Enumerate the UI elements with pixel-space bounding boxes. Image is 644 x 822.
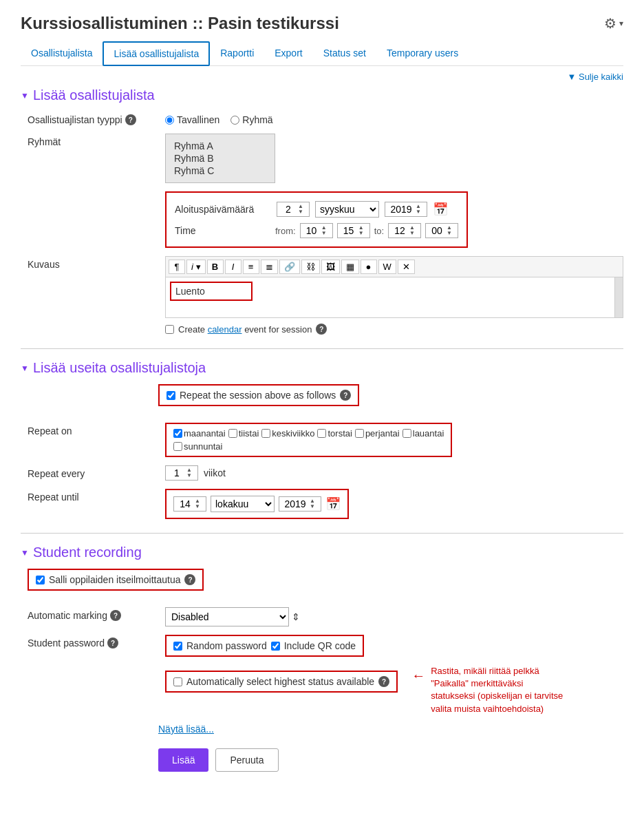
tyyppi-label: Osallistuajlistan tyyppi ? [28, 112, 165, 125]
radio-ryhma[interactable]: Ryhmä [230, 114, 272, 125]
until-year-input[interactable] [282, 498, 308, 509]
toolbar-media[interactable]: ▦ [341, 260, 359, 274]
from-min-spinner[interactable]: ▲ ▼ [337, 223, 370, 238]
gear-settings[interactable]: ⚙ ▾ [604, 15, 623, 32]
to-hour-down[interactable]: ▼ [409, 231, 415, 236]
auto-select-help-icon[interactable]: ? [378, 676, 389, 687]
allow-help-icon[interactable]: ? [184, 574, 195, 585]
tab-export[interactable]: Export [264, 41, 312, 66]
repeat-session-help-icon[interactable]: ? [340, 390, 351, 401]
auto-marking-select[interactable]: Disabled All present All absent [165, 607, 289, 626]
section2-header[interactable]: ▼ Lisää useita osallistujalistoja [21, 360, 623, 376]
cancel-button[interactable]: Peruuta [215, 748, 278, 772]
repeat-session-checkbox[interactable] [167, 391, 175, 400]
nayta-lisaa-link[interactable]: Näytä lisää... [158, 724, 623, 735]
calendar-event-row: Create calendar event for session ? [165, 324, 623, 335]
day-perjantai[interactable]: perjantai [355, 428, 400, 439]
until-year-spinner[interactable]: ▲ ▼ [279, 496, 321, 512]
student-password-label: Student password ? [28, 635, 165, 649]
auto-marking-label: Automatic marking ? [28, 607, 165, 621]
toolbar-word[interactable]: W [378, 260, 396, 274]
day-maanantai[interactable]: maanantai [173, 428, 226, 439]
tyyppi-help-icon[interactable]: ? [125, 114, 136, 125]
day-spinner[interactable]: ▲ ▼ [277, 202, 310, 217]
auto-marking-help-icon[interactable]: ? [110, 610, 121, 621]
day-down-arrow[interactable]: ▼ [298, 209, 303, 215]
from-hour-spinner[interactable]: ▲ ▼ [300, 223, 333, 238]
repeat-every-down[interactable]: ▼ [186, 473, 192, 478]
repeat-every-spinner[interactable]: ▲ ▼ [165, 465, 198, 481]
day-input[interactable] [280, 204, 297, 215]
toolbar-image[interactable]: 🖼 [321, 260, 340, 274]
repeat-until-label: Repeat until [28, 489, 165, 503]
tab-raportti[interactable]: Raportti [210, 41, 264, 66]
from-min-down[interactable]: ▼ [358, 231, 364, 236]
year-down-arrow[interactable]: ▼ [416, 209, 421, 215]
calendar-event-checkbox[interactable] [165, 325, 174, 334]
radio-tavallinen[interactable]: Tavallinen [165, 114, 219, 125]
to-min-input[interactable] [429, 225, 445, 236]
toolbar-bold[interactable]: B [207, 260, 224, 274]
editor-scrollbar[interactable] [614, 277, 623, 317]
auto-select-checkbox[interactable] [173, 677, 182, 686]
kuvaus-editor-area[interactable]: Luento [165, 277, 623, 318]
until-year-down[interactable]: ▼ [310, 504, 315, 509]
repeat-every-input[interactable] [169, 467, 185, 478]
ryhmat-listbox[interactable]: Ryhmä A Ryhmä B Ryhmä C [165, 134, 275, 183]
day-lauantai[interactable]: lauantai [402, 428, 444, 439]
toolbar-list-ul[interactable]: ≡ [243, 260, 259, 274]
toolbar-paragraph[interactable]: ¶ [169, 260, 185, 274]
until-day-input[interactable] [177, 498, 193, 509]
calendar-link[interactable]: calendar [208, 324, 242, 335]
to-min-spinner[interactable]: ▲ ▼ [425, 223, 458, 238]
until-day-spinner[interactable]: ▲ ▼ [173, 496, 206, 512]
radio-tavallinen-input[interactable] [165, 116, 174, 125]
toolbar-special[interactable]: ● [361, 260, 377, 274]
day-keskiviikko[interactable]: keskiviikko [261, 428, 314, 439]
red-arrow-icon: ← [411, 668, 425, 684]
allow-checkbox[interactable] [36, 576, 45, 584]
tyyppi-radio-group: Tavallinen Ryhmä [165, 112, 623, 125]
toolbar-expand[interactable]: ✕ [398, 260, 415, 274]
section-student-recording: ▼ Student recording Salli oppilaiden its… [21, 545, 623, 735]
year-spinner[interactable]: ▲ ▼ [385, 202, 427, 217]
include-qr-checkbox[interactable] [271, 642, 280, 651]
radio-ryhma-input[interactable] [230, 116, 239, 125]
toolbar-italic-arrow[interactable]: i ▾ [186, 260, 206, 274]
year-input[interactable] [388, 204, 414, 215]
page-title: Kurssiosallistuminen :: Pasin testikurss… [21, 14, 339, 33]
section1-header[interactable]: ▼ Lisää osallistujalista [21, 87, 623, 103]
random-password-checkbox[interactable] [173, 642, 182, 651]
submit-button[interactable]: Lisää [158, 748, 208, 772]
from-hour-down[interactable]: ▼ [321, 231, 327, 236]
tab-osallistujalista[interactable]: Osallistujalista [21, 41, 103, 66]
from-min-input[interactable] [341, 225, 357, 236]
to-hour-input[interactable] [391, 225, 408, 236]
toolbar-link[interactable]: 🔗 [279, 260, 300, 274]
day-torstai[interactable]: torstai [317, 428, 352, 439]
until-month-select[interactable]: tammikuuhelmikuumaaliskuu huhtikuutoukok… [211, 496, 275, 512]
from-hour-input[interactable] [303, 225, 320, 236]
toolbar-italic[interactable]: I [225, 260, 242, 274]
tab-temporary-users[interactable]: Temporary users [376, 41, 469, 66]
calendar-icon[interactable]: 📅 [433, 202, 448, 217]
until-day-down[interactable]: ▼ [195, 504, 200, 509]
section3-header[interactable]: ▼ Student recording [21, 545, 623, 560]
student-password-control: Random password Include QR code [165, 635, 623, 657]
month-select[interactable]: tammikuuhelmikuumaaliskuu huhtikuutoukok… [315, 201, 379, 218]
toolbar-unlink[interactable]: ⛓ [301, 260, 320, 274]
until-calendar-icon[interactable]: 📅 [325, 496, 341, 512]
student-password-help-icon[interactable]: ? [107, 637, 118, 649]
tab-status-set[interactable]: Status set [313, 41, 376, 66]
annotation-right: ← Rastita, mikäli riittää pelkkä "Paikal… [411, 665, 568, 715]
toolbar-list-ol[interactable]: ≣ [261, 260, 278, 274]
kuvaus-input[interactable]: Luento [170, 282, 253, 301]
day-tiistai[interactable]: tiistai [228, 428, 259, 439]
to-hour-spinner[interactable]: ▲ ▼ [388, 223, 421, 238]
day-sunnuntai[interactable]: sunnuntai [173, 441, 222, 452]
close-all-button[interactable]: ▼ Sulje kaikki [21, 72, 623, 82]
section3-title: Student recording [33, 545, 142, 560]
to-min-down[interactable]: ▼ [447, 231, 452, 236]
tab-lisaa[interactable]: Lisää osallistujalista [103, 41, 210, 66]
calendar-event-help-icon[interactable]: ? [316, 324, 327, 335]
